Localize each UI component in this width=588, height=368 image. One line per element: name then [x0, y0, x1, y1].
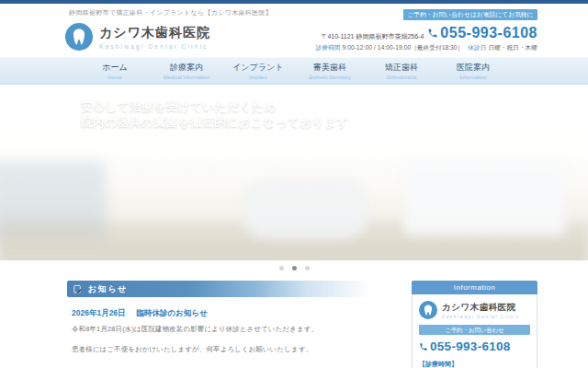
hero-photo-cabinet [404, 163, 565, 235]
nav-item-esthetic-dentistry[interactable]: 審美歯科 Esthetic Dentistry [294, 62, 366, 81]
closed-value: 日曜・祝日・木曜 [488, 44, 537, 51]
clinic-name: カシワ木歯科医院 [99, 25, 210, 41]
sidebar-clinic-name-en: Kashiwagi Dental Clinic [442, 315, 520, 319]
news-body-line1: 令和8年1月28日(水)は医院建物改装の影響により休診とさせていただきます。 [72, 324, 390, 334]
hero-line1: 安心して治療を受けていただくため [81, 99, 349, 115]
sidebar-heading: Information [412, 281, 537, 294]
clinic-logo[interactable]: カシワ木歯科医院 Kashiwagi Dental Clinic [65, 23, 210, 51]
nav-item-orthodontics[interactable]: 矯正歯科 Orthodontics [366, 62, 437, 81]
hero-photo-dental-chair [243, 181, 368, 238]
postal-address: 〒410-1121 静岡県裾野市茶畑256-4 [321, 32, 424, 41]
sidebar-contact-banner: ご予約・お問い合わせ [419, 325, 530, 335]
closed-label: 休診日 [468, 44, 486, 51]
news-date: 2026年1月26日 [72, 308, 126, 317]
nav-item-medical-information[interactable]: 診療案内 Medical Information [151, 62, 222, 81]
hours-value: 9:00-12:00 / 14:00-19:00［最終受付18:30］ [343, 44, 464, 51]
site-header: 静岡県裾野市で矯正歯科・インプラントなら【カシワ木歯科医院】 カシワ木歯科医院 … [0, 4, 588, 57]
hours-label: 診療時間 [316, 44, 341, 51]
carousel-dot-3[interactable] [305, 266, 310, 270]
hero-line2: 院内の器具の滅菌を徹底的におこなっております [81, 115, 349, 131]
nav-item-home[interactable]: ホーム Home [79, 62, 151, 81]
contact-banner: ご予約・お問い合わせはお電話にてお気軽に [403, 9, 537, 20]
nav-item-information[interactable]: 医院案内 Information [437, 62, 509, 81]
seo-tagline: 静岡県裾野市で矯正歯科・インプラントなら【カシワ木歯科医院】 [69, 8, 272, 17]
news-heading: お知らせ [88, 283, 128, 295]
news-memo-icon [73, 284, 83, 294]
header-contact-block: ご予約・お問い合わせはお電話にてお気軽に 〒410-1121 静岡県裾野市茶畑2… [304, 9, 537, 52]
sidebar-hours-label: 【診療時間】 [419, 360, 530, 368]
carousel-dot-1[interactable] [279, 266, 284, 270]
clinic-name-en: Kashiwagi Dental Clinic [99, 43, 210, 50]
news-title-link[interactable]: 臨時休診のお知らせ [137, 308, 208, 317]
sidebar-box: カシワ木歯科医院 Kashiwagi Dental Clinic ご予約・お問い… [412, 294, 537, 368]
phone-icon [427, 28, 438, 39]
sidebar-clinic-name: カシワ木歯科医院 [442, 302, 520, 314]
main-nav: ホーム Home 診療案内 Medical Information インプラント… [0, 57, 588, 85]
news-entry: 2026年1月26日臨時休診のお知らせ 令和8年1月28日(水)は医院建物改装の… [67, 308, 390, 355]
hero-carousel-slide: 安心して治療を受けていただくため 院内の器具の滅菌を徹底的におこなっております [0, 89, 588, 260]
information-sidebar: Information カシワ木歯科医院 Kashiwagi Dental Cl… [412, 281, 537, 368]
nav-item-implant[interactable]: インプラント Implant [222, 62, 294, 81]
news-header-bar: お知らせ [67, 281, 390, 297]
header-phone-link[interactable]: 055-993-6108 [427, 25, 537, 41]
sidebar-clinic-logo[interactable]: カシワ木歯科医院 Kashiwagi Dental Clinic [419, 301, 530, 319]
news-section: お知らせ 2026年1月26日臨時休診のお知らせ 令和8年1月28日(水)は医院… [67, 281, 390, 355]
carousel-dots [0, 261, 588, 274]
sidebar-tooth-logo-icon [419, 301, 437, 319]
header-hours: 診療時間9:00-12:00 / 14:00-19:00［最終受付18:30］休… [304, 44, 537, 52]
hero-copy: 安心して治療を受けていただくため 院内の器具の滅菌を徹底的におこなっております [81, 99, 349, 131]
sidebar-phone-icon [419, 342, 428, 351]
sidebar-phone-number: 055-993-6108 [430, 339, 511, 353]
tooth-logo-icon [65, 23, 93, 51]
carousel-dot-2-active[interactable] [292, 266, 297, 270]
header-phone-number: 055-993-6108 [440, 25, 537, 41]
sidebar-phone-link[interactable]: 055-993-6108 [419, 339, 530, 353]
news-body-line2: 患者様にはご不便をおかけいたしますが、何卒よろしくお願いいたします。 [72, 344, 390, 354]
